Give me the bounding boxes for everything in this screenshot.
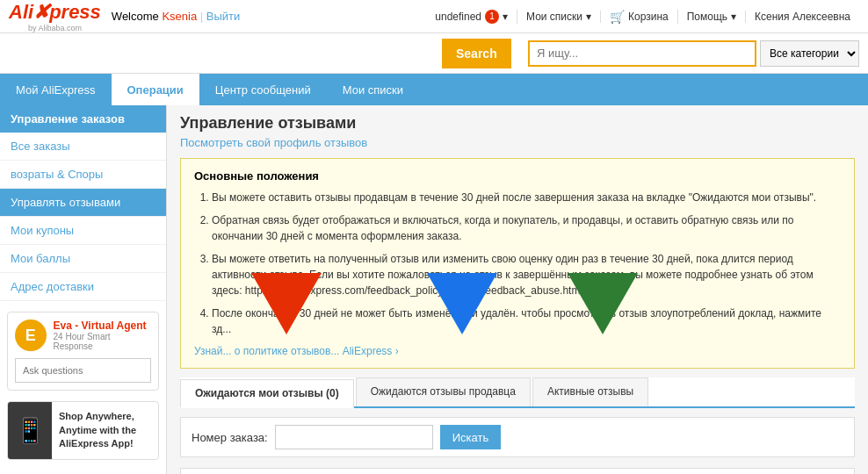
sidebar-item-reviews[interactable]: Управлять отзывами bbox=[0, 189, 166, 217]
sidebar-item-disputes[interactable]: возраты & Споры bbox=[0, 161, 166, 189]
no-orders-message: No orders awaiting my feedback. bbox=[180, 468, 855, 474]
search-button[interactable]: Search bbox=[442, 39, 511, 68]
app-promo: 📱 Shop Anywhere, Anytime with the AliExp… bbox=[7, 401, 159, 460]
content-area: Управление отзывами Посмотреть свой проф… bbox=[167, 105, 868, 474]
logo-by: by Alibaba.com bbox=[9, 24, 101, 32]
info-list: Вы можете оставить отзывы продавцам в те… bbox=[194, 190, 841, 337]
help-link[interactable]: Помощь ▾ bbox=[678, 11, 746, 23]
sidebar-item-address[interactable]: Адрес доставки bbox=[0, 273, 166, 301]
username-link[interactable]: Ksenia bbox=[162, 10, 197, 23]
info-item-1: Вы можете оставить отзывы продавцам в те… bbox=[212, 190, 841, 205]
sidebar-item-points[interactable]: Мои баллы bbox=[0, 245, 166, 273]
nav-messages[interactable]: Центр сообщений bbox=[199, 74, 327, 105]
agent-name: Eva - Virtual Agent bbox=[54, 320, 151, 332]
category-select[interactable]: Все категории bbox=[760, 40, 859, 67]
chevron-icon: ▾ bbox=[586, 11, 591, 23]
logout-link[interactable]: Выйти bbox=[206, 10, 241, 23]
tab-my-reviews[interactable]: Ожидаются мои отзывы (0) bbox=[180, 379, 354, 408]
sidebar-item-coupons[interactable]: Мои купоны bbox=[0, 217, 166, 245]
top-links: undefined 1 ▾ Мои списки ▾ 🛒 Корзина Пом… bbox=[426, 10, 859, 24]
phone-icon: 📱 bbox=[8, 402, 52, 459]
main-layout: Управление заказов Все заказы возраты & … bbox=[0, 105, 868, 474]
my-lists-link[interactable]: Мои списки ▾ bbox=[517, 11, 601, 23]
nav-my-aliexpress[interactable]: Мой AliExpress bbox=[0, 74, 112, 105]
sidebar-item-all-orders[interactable]: Все заказы bbox=[0, 133, 166, 161]
policy-link[interactable]: Узнай... о политике отзывов... AliExpres… bbox=[194, 345, 399, 357]
agent-input[interactable] bbox=[15, 358, 151, 383]
order-search-row: Номер заказа: Искать bbox=[180, 417, 855, 457]
welcome-text: Welcome bbox=[112, 10, 159, 23]
dropdown-arrow-icon: ▾ bbox=[503, 11, 508, 23]
order-search-button[interactable]: Искать bbox=[440, 425, 502, 449]
cart-link[interactable]: 🛒 Корзина bbox=[601, 10, 678, 24]
search-bar: Все категории Search bbox=[0, 33, 868, 74]
user-profile-link[interactable]: Ксения Алексеевна bbox=[746, 11, 859, 23]
agent-avatar: E bbox=[15, 320, 47, 351]
sidebar-section-title: Управление заказов bbox=[0, 105, 166, 133]
order-number-input[interactable] bbox=[275, 425, 433, 449]
agent-subtitle: 24 Hour Smart Response bbox=[54, 332, 151, 351]
info-item-4: После окончания 30 дней не может быть из… bbox=[212, 305, 841, 337]
info-box-title: Основные положения bbox=[194, 169, 841, 183]
nav-bar: Мой AliExpress Операции Центр сообщений … bbox=[0, 74, 868, 105]
nav-operations[interactable]: Операции bbox=[112, 74, 199, 105]
tab-seller-reviews[interactable]: Ожидаются отзывы продавца bbox=[356, 377, 531, 406]
tab-active-reviews[interactable]: Активные отзывы bbox=[532, 377, 648, 406]
tabs-bar: Ожидаются мои отзывы (0) Ожидаются отзыв… bbox=[180, 377, 855, 408]
undefined-link[interactable]: undefined 1 ▾ bbox=[426, 10, 517, 24]
welcome-area: Welcome Ksenia | Выйти bbox=[112, 10, 240, 23]
info-item-3: Вы можете ответить на полученный отзыв и… bbox=[212, 251, 841, 298]
info-box: Основные положения Вы можете оставить от… bbox=[180, 158, 855, 369]
chevron-icon: ▾ bbox=[731, 11, 736, 23]
logo: Ali✘press by Alibaba.com bbox=[9, 1, 101, 32]
search-input[interactable] bbox=[528, 40, 756, 67]
order-search-label: Номер заказа: bbox=[192, 431, 268, 444]
app-promo-text: Shop Anywhere, Anytime with the AliExpre… bbox=[52, 405, 158, 456]
page-title: Управление отзывами bbox=[180, 114, 855, 133]
sidebar: Управление заказов Все заказы возраты & … bbox=[0, 105, 167, 474]
undefined-badge: 1 bbox=[485, 10, 499, 24]
nav-my-lists[interactable]: Мои списки bbox=[327, 74, 419, 105]
page-subtitle[interactable]: Посмотреть свой профиль отзывов bbox=[180, 136, 855, 149]
info-item-2: Обратная связь будет отображаться и вклю… bbox=[212, 212, 841, 244]
cart-icon: 🛒 bbox=[610, 10, 625, 24]
virtual-agent-widget: E Eva - Virtual Agent 24 Hour Smart Resp… bbox=[7, 312, 159, 391]
